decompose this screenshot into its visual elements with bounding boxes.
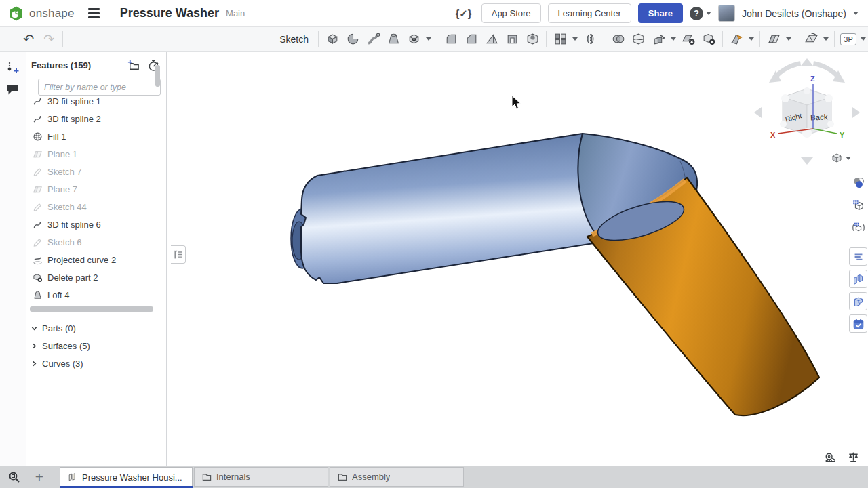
feature-item[interactable]: Projected curve 2 — [26, 251, 166, 268]
thicken-button[interactable] — [403, 30, 424, 49]
pressure-washer-model[interactable]: Right Back Z X Y — [167, 52, 868, 466]
move-face-dropdown-chevron[interactable] — [747, 30, 756, 49]
measure-tool-button[interactable] — [822, 449, 838, 466]
feature-item[interactable]: Plane 1 — [26, 145, 166, 163]
delete-face-button[interactable] — [678, 30, 698, 49]
release-schedule-panel-button[interactable] — [849, 314, 867, 333]
configurations-panel-button[interactable] — [849, 196, 867, 214]
feature-item[interactable]: 3D fit spline 2 — [26, 110, 166, 127]
custom-tables-panel-button[interactable] — [849, 247, 867, 266]
extrude-button[interactable] — [322, 30, 342, 49]
redo-button[interactable]: ↷ — [39, 30, 59, 49]
tab-bar: + Pressure Washer Housi... Internals Ass… — [0, 466, 868, 488]
three-point-button[interactable]: 3P — [838, 30, 859, 49]
transform-dropdown-chevron[interactable] — [669, 30, 678, 49]
appearance-panel-button[interactable] — [849, 174, 867, 192]
feature-item[interactable]: Sketch 44 — [26, 198, 166, 216]
graphics-viewport[interactable]: Right Back Z X Y — [167, 52, 868, 466]
main-menu-icon[interactable] — [85, 5, 102, 21]
feature-item[interactable]: Delete part 2 — [26, 268, 166, 286]
axis-x-label: X — [770, 131, 776, 139]
undo-button[interactable]: ↶ — [18, 30, 39, 49]
toolbar-divider — [437, 31, 437, 47]
feature-list: 3D fit spline 1 3D fit spline 2 Fill 1 P… — [26, 92, 166, 357]
comment-button[interactable] — [3, 79, 23, 100]
toolbar-divider — [546, 31, 547, 47]
folder-icon — [337, 472, 348, 483]
mirror-button[interactable] — [580, 30, 600, 49]
logo-text: onshape — [29, 7, 75, 20]
help-menu[interactable]: ? — [690, 7, 711, 20]
shell-button[interactable] — [502, 30, 522, 49]
feature-item[interactable]: Sketch 6 — [26, 233, 166, 251]
user-name[interactable]: John Desilets (Onshape) — [742, 8, 846, 19]
plane-dropdown-chevron[interactable] — [784, 30, 793, 49]
learning-center-button[interactable]: Learning Center — [548, 3, 631, 23]
feature-script-icon[interactable]: {✓} — [455, 7, 471, 20]
body-surface[interactable] — [301, 134, 602, 283]
thicken-dropdown-chevron[interactable] — [424, 30, 433, 49]
chevron-down-icon — [31, 325, 37, 331]
workspace-name[interactable]: Main — [226, 8, 245, 18]
feature-list-flyout-button[interactable] — [171, 245, 186, 264]
chevron-down-icon — [706, 12, 711, 15]
toolbar-divider — [62, 31, 63, 47]
revolve-button[interactable] — [342, 30, 363, 49]
boolean-button[interactable] — [608, 30, 628, 49]
app-store-button[interactable]: App Store — [481, 3, 541, 23]
parts-section-header[interactable]: Parts (0) — [26, 319, 166, 337]
loft-button[interactable] — [383, 30, 403, 49]
toolbar-divider — [318, 31, 319, 47]
transform-button[interactable] — [648, 30, 669, 49]
fillet-button[interactable] — [441, 30, 461, 49]
axis-y-label: Y — [840, 131, 845, 139]
onshape-logo[interactable]: onshape — [0, 5, 75, 22]
mass-properties-button[interactable] — [845, 449, 861, 465]
toolbar-divider — [604, 31, 604, 47]
help-icon[interactable]: ? — [690, 7, 703, 20]
move-face-button[interactable] — [726, 30, 747, 49]
toolbar-divider — [834, 31, 835, 47]
parts-panel-button[interactable] — [849, 270, 867, 288]
curves-section-header[interactable]: Curves (3) — [26, 354, 166, 372]
part-panel-button[interactable] — [849, 292, 867, 310]
boundary-surface-button[interactable] — [801, 30, 821, 49]
toolbar-divider — [760, 31, 760, 47]
split-button[interactable] — [628, 30, 648, 49]
avatar[interactable] — [718, 5, 735, 22]
plane-button[interactable] — [764, 30, 784, 49]
document-toolbar: ↶ ↷ Sketch 3P — [0, 27, 868, 52]
feature-item[interactable]: Loft 4 — [26, 286, 166, 304]
tab-assembly[interactable]: Assembly — [330, 467, 464, 487]
feature-item[interactable]: Sketch 7 — [26, 163, 166, 180]
linear-pattern-button[interactable] — [550, 30, 570, 49]
user-menu-chevron-icon[interactable] — [853, 12, 859, 15]
tab-internals[interactable]: Internals — [194, 467, 328, 487]
chamfer-button[interactable] — [461, 30, 481, 49]
configured-features-panel-button[interactable] — [849, 218, 867, 237]
feature-item[interactable]: Plane 7 — [26, 180, 166, 198]
share-button[interactable]: Share — [638, 3, 683, 23]
hole-button[interactable] — [522, 30, 542, 49]
draft-button[interactable] — [481, 30, 502, 49]
surfaces-section-header[interactable]: Surfaces (5) — [26, 337, 166, 354]
feature-item[interactable]: Fill 1 — [26, 127, 166, 145]
horizontal-scrollbar[interactable] — [30, 306, 153, 312]
three-point-dropdown-chevron[interactable] — [859, 30, 868, 49]
pattern-dropdown-chevron[interactable] — [570, 30, 580, 49]
view-cube[interactable]: Right Back Z X Y — [754, 58, 860, 165]
feature-item[interactable]: 3D fit spline 6 — [26, 216, 166, 233]
view-cube-icon — [830, 151, 844, 165]
delete-part-button[interactable] — [698, 30, 719, 49]
view-options-button[interactable] — [830, 150, 854, 165]
add-tab-button[interactable]: + — [30, 468, 49, 487]
axis-z-label: Z — [810, 75, 815, 83]
chevron-right-icon — [31, 361, 37, 367]
tab-part-studio[interactable]: Pressure Washer Housi... — [60, 467, 193, 487]
sketch-button[interactable]: Sketch — [66, 30, 315, 49]
feature-item[interactable]: 3D fit spline 1 — [26, 92, 166, 110]
insert-button[interactable] — [3, 58, 23, 78]
sweep-button[interactable] — [363, 30, 383, 49]
tab-search-button[interactable] — [5, 468, 23, 486]
surface-dropdown-chevron[interactable] — [821, 30, 831, 49]
